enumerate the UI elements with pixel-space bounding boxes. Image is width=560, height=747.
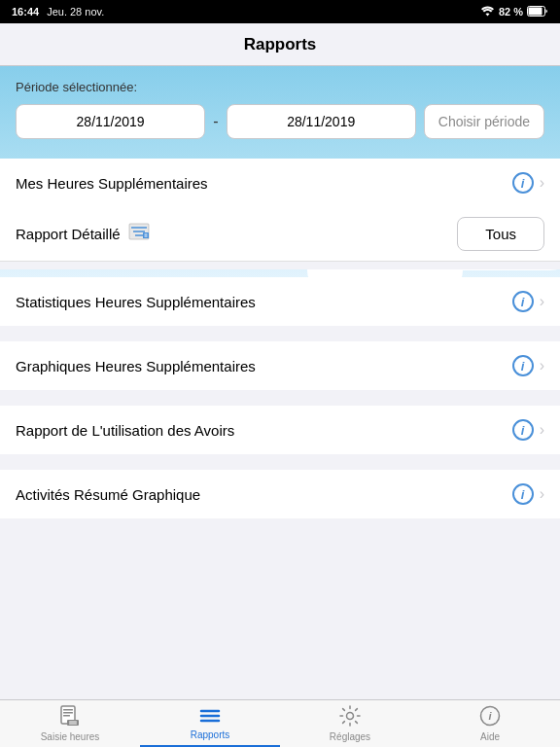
period-section: Période sélectionnée: 28/11/2019 - 28/11… <box>0 66 560 151</box>
section-gap-1 <box>0 262 560 269</box>
wifi-icon <box>480 6 495 18</box>
tab-reglages-label: Réglages <box>330 731 370 742</box>
section-gap-3 <box>0 390 560 398</box>
list-item-graphiques[interactable]: Graphiques Heures Supplémentaires i › <box>0 341 560 390</box>
svg-rect-1 <box>529 7 542 15</box>
tab-rapports[interactable]: Rapports <box>140 700 280 747</box>
chevron-avoirs: › <box>540 421 544 439</box>
period-label: Période sélectionnée: <box>16 80 544 94</box>
page-title: Rapports <box>244 35 317 54</box>
rapports-icon <box>199 707 221 728</box>
status-day: Jeu. 28 nov. <box>47 6 104 18</box>
list-item-avoirs[interactable]: Rapport de L'utilisation des Avoirs i › <box>0 406 560 454</box>
rapport-detaille-label: Rapport Détaillé <box>16 226 121 242</box>
activites-label: Activités Résumé Graphique <box>16 486 200 503</box>
svg-rect-11 <box>63 712 73 714</box>
info-icon-graphiques[interactable]: i <box>512 355 534 376</box>
tab-aide-label: Aide <box>480 731 500 742</box>
graphiques-label: Graphiques Heures Supplémentaires <box>16 358 256 374</box>
info-icon-avoirs[interactable]: i <box>512 419 534 441</box>
section-gap-4 <box>0 454 560 462</box>
chevron-mes-heures: › <box>540 174 544 192</box>
battery-text: 82 % <box>499 6 523 18</box>
svg-rect-6 <box>143 232 149 238</box>
choose-period-button[interactable]: Choisir période <box>424 104 544 139</box>
chevron-graphiques: › <box>540 357 544 374</box>
statistiques-label: Statistiques Heures Supplémentaires <box>16 294 256 310</box>
tab-rapports-label: Rapports <box>191 729 230 740</box>
main-content: Période sélectionnée: 28/11/2019 - 28/11… <box>0 66 560 699</box>
period-row: 28/11/2019 - 28/11/2019 Choisir période <box>16 104 544 139</box>
svg-rect-14 <box>69 722 77 723</box>
svg-rect-15 <box>69 724 77 725</box>
svg-point-19 <box>347 713 354 720</box>
svg-rect-13 <box>67 720 79 726</box>
section-graphiques: Graphiques Heures Supplémentaires i › <box>0 341 560 390</box>
date-to-input[interactable]: 28/11/2019 <box>227 104 416 139</box>
rapport-detaille-left: Rapport Détaillé <box>16 223 150 245</box>
tab-saisie-label: Saisie heures <box>41 731 100 742</box>
tab-saisie-heures[interactable]: Saisie heures <box>0 700 140 747</box>
nav-bar: Rapports <box>0 23 560 66</box>
filter-icon <box>128 223 150 245</box>
info-icon-statistiques[interactable]: i <box>512 291 534 312</box>
svg-rect-10 <box>63 709 73 711</box>
list-item-activites[interactable]: Activités Résumé Graphique i › <box>0 470 560 518</box>
list-item-statistiques[interactable]: Statistiques Heures Supplémentaires i › <box>0 277 560 326</box>
tab-reglages[interactable]: Réglages <box>280 700 420 747</box>
info-icon-activites[interactable]: i <box>512 483 534 505</box>
date-separator: - <box>213 113 218 130</box>
status-time: 16:44 <box>12 6 39 18</box>
reglages-icon <box>339 705 361 729</box>
section-avoirs: Rapport de L'utilisation des Avoirs i › <box>0 406 560 454</box>
chevron-activites: › <box>540 485 544 503</box>
section-mes-heures: Mes Heures Supplémentaires i › <box>0 159 560 207</box>
aide-icon: i <box>479 705 501 729</box>
section-activites: Activités Résumé Graphique i › <box>0 470 560 518</box>
tab-bar: Saisie heures Rapports Réglages i <box>0 699 560 747</box>
info-icon-mes-heures[interactable]: i <box>512 172 534 194</box>
mes-heures-label: Mes Heures Supplémentaires <box>16 175 208 192</box>
svg-rect-12 <box>63 715 70 717</box>
tab-aide[interactable]: i Aide <box>420 700 560 747</box>
section-gap-2 <box>0 326 560 334</box>
chevron-statistiques: › <box>540 293 544 310</box>
date-from-input[interactable]: 28/11/2019 <box>16 104 205 139</box>
avoirs-label: Rapport de L'utilisation des Avoirs <box>16 422 234 439</box>
tous-button[interactable]: Tous <box>457 217 544 251</box>
svg-text:i: i <box>488 710 492 722</box>
saisie-heures-icon <box>59 705 81 729</box>
status-bar: 16:44 Jeu. 28 nov. 82 % <box>0 0 560 23</box>
battery-icon <box>527 6 548 18</box>
section-rapport-detaille: Rapport Détaillé Tous <box>0 207 560 262</box>
list-item-mes-heures[interactable]: Mes Heures Supplémentaires i › <box>0 159 560 207</box>
section-statistiques: Statistiques Heures Supplémentaires i › <box>0 277 560 326</box>
